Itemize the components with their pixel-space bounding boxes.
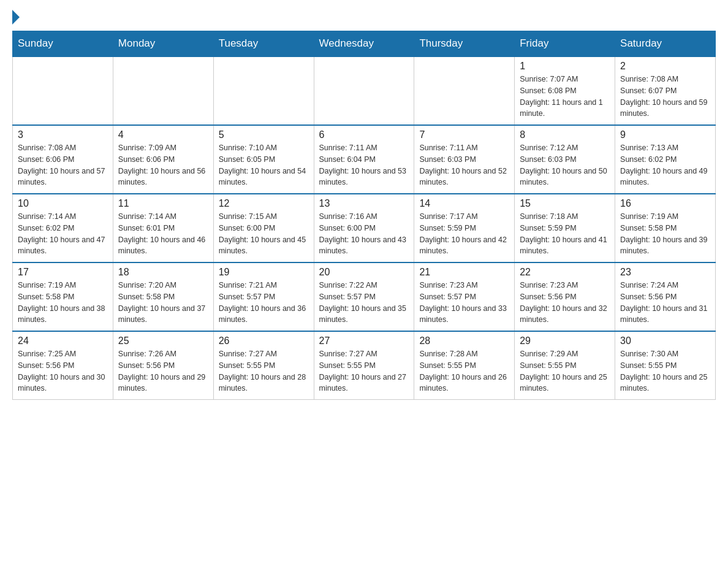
- page-header: [12, 12, 716, 25]
- day-info: Sunrise: 7:15 AMSunset: 6:00 PMDaylight:…: [219, 211, 309, 257]
- calendar-cell: 2Sunrise: 7:08 AMSunset: 6:07 PMDaylight…: [615, 56, 716, 125]
- day-info: Sunrise: 7:23 AMSunset: 5:57 PMDaylight:…: [419, 280, 509, 326]
- day-number: 6: [319, 129, 409, 140]
- day-info: Sunrise: 7:17 AMSunset: 5:59 PMDaylight:…: [419, 211, 509, 257]
- calendar-cell: 17Sunrise: 7:19 AMSunset: 5:58 PMDayligh…: [13, 262, 113, 331]
- calendar-header-tuesday: Tuesday: [213, 31, 314, 57]
- calendar-cell: [414, 56, 515, 125]
- day-info: Sunrise: 7:27 AMSunset: 5:55 PMDaylight:…: [319, 348, 409, 394]
- calendar-cell: [314, 56, 414, 125]
- calendar-header-wednesday: Wednesday: [314, 31, 414, 57]
- day-number: 17: [18, 267, 108, 278]
- calendar-cell: 1Sunrise: 7:07 AMSunset: 6:08 PMDaylight…: [515, 56, 615, 125]
- calendar-cell: 21Sunrise: 7:23 AMSunset: 5:57 PMDayligh…: [414, 262, 515, 331]
- day-number: 20: [319, 267, 409, 278]
- day-info: Sunrise: 7:22 AMSunset: 5:57 PMDaylight:…: [319, 280, 409, 326]
- day-info: Sunrise: 7:09 AMSunset: 6:06 PMDaylight:…: [118, 142, 208, 188]
- calendar-cell: [213, 56, 314, 125]
- calendar-cell: 18Sunrise: 7:20 AMSunset: 5:58 PMDayligh…: [113, 262, 213, 331]
- calendar-header-friday: Friday: [515, 31, 615, 57]
- calendar-cell: 29Sunrise: 7:29 AMSunset: 5:55 PMDayligh…: [515, 331, 615, 400]
- calendar-cell: 24Sunrise: 7:25 AMSunset: 5:56 PMDayligh…: [13, 331, 113, 400]
- calendar-cell: 14Sunrise: 7:17 AMSunset: 5:59 PMDayligh…: [414, 194, 515, 262]
- calendar-cell: 12Sunrise: 7:15 AMSunset: 6:00 PMDayligh…: [213, 194, 314, 262]
- day-info: Sunrise: 7:20 AMSunset: 5:58 PMDaylight:…: [118, 280, 208, 326]
- calendar-cell: 6Sunrise: 7:11 AMSunset: 6:04 PMDaylight…: [314, 125, 414, 194]
- calendar-cell: 10Sunrise: 7:14 AMSunset: 6:02 PMDayligh…: [13, 194, 113, 262]
- day-info: Sunrise: 7:08 AMSunset: 6:06 PMDaylight:…: [18, 142, 108, 188]
- day-number: 22: [520, 267, 610, 278]
- day-info: Sunrise: 7:25 AMSunset: 5:56 PMDaylight:…: [18, 348, 108, 394]
- day-number: 21: [419, 267, 509, 278]
- day-info: Sunrise: 7:11 AMSunset: 6:04 PMDaylight:…: [319, 142, 409, 188]
- day-number: 5: [219, 129, 309, 140]
- day-number: 28: [419, 335, 509, 347]
- day-number: 16: [620, 198, 710, 209]
- day-number: 10: [18, 198, 108, 209]
- calendar-week-row: 1Sunrise: 7:07 AMSunset: 6:08 PMDaylight…: [13, 56, 716, 125]
- day-info: Sunrise: 7:14 AMSunset: 6:01 PMDaylight:…: [118, 211, 208, 257]
- day-info: Sunrise: 7:24 AMSunset: 5:56 PMDaylight:…: [620, 280, 710, 326]
- calendar-cell: 11Sunrise: 7:14 AMSunset: 6:01 PMDayligh…: [113, 194, 213, 262]
- calendar-cell: 22Sunrise: 7:23 AMSunset: 5:56 PMDayligh…: [515, 262, 615, 331]
- day-number: 11: [118, 198, 208, 209]
- day-info: Sunrise: 7:27 AMSunset: 5:55 PMDaylight:…: [219, 348, 309, 394]
- day-info: Sunrise: 7:26 AMSunset: 5:56 PMDaylight:…: [118, 348, 208, 394]
- day-info: Sunrise: 7:08 AMSunset: 6:07 PMDaylight:…: [620, 74, 710, 120]
- day-number: 4: [118, 129, 208, 140]
- day-info: Sunrise: 7:18 AMSunset: 5:59 PMDaylight:…: [520, 211, 610, 257]
- calendar-header-sunday: Sunday: [13, 31, 113, 57]
- day-info: Sunrise: 7:07 AMSunset: 6:08 PMDaylight:…: [520, 74, 610, 120]
- day-number: 23: [620, 267, 710, 278]
- day-number: 27: [319, 335, 409, 347]
- day-info: Sunrise: 7:16 AMSunset: 6:00 PMDaylight:…: [319, 211, 409, 257]
- day-number: 25: [118, 335, 208, 347]
- calendar-header-saturday: Saturday: [615, 31, 716, 57]
- day-info: Sunrise: 7:10 AMSunset: 6:05 PMDaylight:…: [219, 142, 309, 188]
- day-info: Sunrise: 7:30 AMSunset: 5:55 PMDaylight:…: [620, 348, 710, 394]
- calendar-cell: [13, 56, 113, 125]
- day-info: Sunrise: 7:14 AMSunset: 6:02 PMDaylight:…: [18, 211, 108, 257]
- calendar-cell: 15Sunrise: 7:18 AMSunset: 5:59 PMDayligh…: [515, 194, 615, 262]
- calendar-header-row: SundayMondayTuesdayWednesdayThursdayFrid…: [13, 31, 716, 57]
- day-number: 18: [118, 267, 208, 278]
- day-number: 12: [219, 198, 309, 209]
- day-number: 3: [18, 129, 108, 140]
- day-number: 9: [620, 129, 710, 140]
- day-info: Sunrise: 7:11 AMSunset: 6:03 PMDaylight:…: [419, 142, 509, 188]
- day-info: Sunrise: 7:28 AMSunset: 5:55 PMDaylight:…: [419, 348, 509, 394]
- calendar-week-row: 3Sunrise: 7:08 AMSunset: 6:06 PMDaylight…: [13, 125, 716, 194]
- calendar-cell: [113, 56, 213, 125]
- calendar-week-row: 10Sunrise: 7:14 AMSunset: 6:02 PMDayligh…: [13, 194, 716, 262]
- calendar-cell: 20Sunrise: 7:22 AMSunset: 5:57 PMDayligh…: [314, 262, 414, 331]
- calendar-cell: 5Sunrise: 7:10 AMSunset: 6:05 PMDaylight…: [213, 125, 314, 194]
- day-number: 8: [520, 129, 610, 140]
- day-number: 29: [520, 335, 610, 347]
- day-number: 26: [219, 335, 309, 347]
- day-info: Sunrise: 7:12 AMSunset: 6:03 PMDaylight:…: [520, 142, 610, 188]
- day-info: Sunrise: 7:19 AMSunset: 5:58 PMDaylight:…: [620, 211, 710, 257]
- logo-arrow-icon: [12, 10, 20, 25]
- day-number: 2: [620, 61, 710, 72]
- calendar-cell: 7Sunrise: 7:11 AMSunset: 6:03 PMDaylight…: [414, 125, 515, 194]
- day-number: 1: [520, 61, 610, 72]
- logo: [12, 12, 20, 25]
- calendar-cell: 23Sunrise: 7:24 AMSunset: 5:56 PMDayligh…: [615, 262, 716, 331]
- calendar-cell: 8Sunrise: 7:12 AMSunset: 6:03 PMDaylight…: [515, 125, 615, 194]
- calendar-cell: 30Sunrise: 7:30 AMSunset: 5:55 PMDayligh…: [615, 331, 716, 400]
- calendar-cell: 19Sunrise: 7:21 AMSunset: 5:57 PMDayligh…: [213, 262, 314, 331]
- calendar-header-thursday: Thursday: [414, 31, 515, 57]
- day-number: 14: [419, 198, 509, 209]
- day-number: 30: [620, 335, 710, 347]
- calendar-week-row: 24Sunrise: 7:25 AMSunset: 5:56 PMDayligh…: [13, 331, 716, 400]
- day-number: 24: [18, 335, 108, 347]
- calendar-cell: 25Sunrise: 7:26 AMSunset: 5:56 PMDayligh…: [113, 331, 213, 400]
- day-info: Sunrise: 7:21 AMSunset: 5:57 PMDaylight:…: [219, 280, 309, 326]
- day-info: Sunrise: 7:13 AMSunset: 6:02 PMDaylight:…: [620, 142, 710, 188]
- day-number: 19: [219, 267, 309, 278]
- calendar-header-monday: Monday: [113, 31, 213, 57]
- day-info: Sunrise: 7:29 AMSunset: 5:55 PMDaylight:…: [520, 348, 610, 394]
- day-number: 15: [520, 198, 610, 209]
- calendar-cell: 28Sunrise: 7:28 AMSunset: 5:55 PMDayligh…: [414, 331, 515, 400]
- day-info: Sunrise: 7:19 AMSunset: 5:58 PMDaylight:…: [18, 280, 108, 326]
